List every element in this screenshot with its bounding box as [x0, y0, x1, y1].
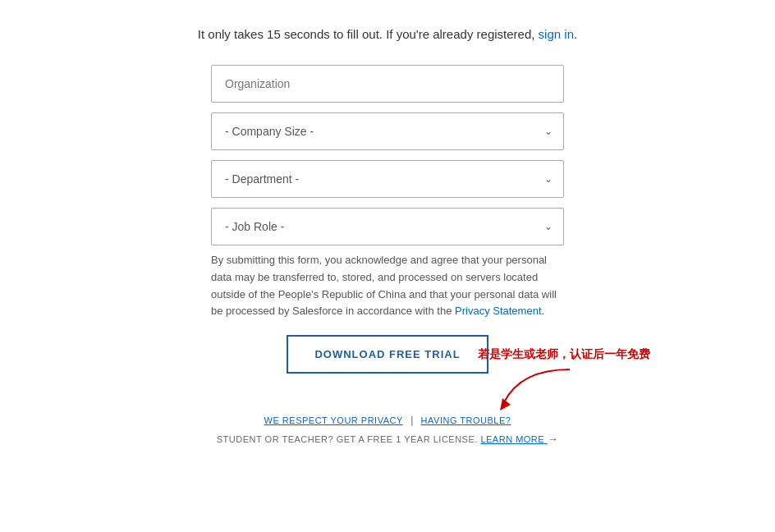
department-wrapper: - Department - Engineering IT Marketing …	[211, 160, 564, 198]
learn-more-link[interactable]: LEARN MORE →	[480, 434, 558, 444]
department-select[interactable]: - Department - Engineering IT Marketing …	[211, 160, 564, 198]
sign-in-link[interactable]: sign in	[539, 27, 574, 41]
job-role-wrapper: - Job Role - Developer Manager Architect…	[211, 208, 564, 245]
company-size-wrapper: - Company Size - 1-10 11-50 51-200 201-5…	[211, 112, 564, 150]
organization-input[interactable]	[211, 65, 564, 103]
privacy-statement-link[interactable]: Privacy Statement	[455, 305, 542, 317]
registration-form: - Company Size - 1-10 11-50 51-200 201-5…	[211, 65, 564, 245]
cta-row: DOWNLOAD FREE TRIAL 若是学生或老师，认证后一年免费	[100, 335, 675, 374]
arrow-icon: →	[548, 433, 559, 445]
having-trouble-link[interactable]: HAVING TROUBLE?	[421, 415, 511, 425]
intro-text: It only takes 15 seconds to fill out. If…	[198, 25, 577, 44]
company-size-select[interactable]: - Company Size - 1-10 11-50 51-200 201-5…	[211, 112, 564, 150]
privacy-respect-link[interactable]: WE RESPECT YOUR PRIVACY	[264, 415, 403, 425]
annotation-arrow-container	[100, 374, 675, 398]
privacy-disclaimer: By submitting this form, you acknowledge…	[211, 252, 564, 320]
footer-student-text: STUDENT OR TEACHER? GET A FREE 1 YEAR LI…	[217, 433, 558, 445]
page-container: It only takes 15 seconds to fill out. If…	[100, 8, 675, 461]
annotation-text: 若是学生或老师，认证后一年免费	[478, 347, 650, 362]
footer-links: WE RESPECT YOUR PRIVACY | HAVING TROUBLE…	[264, 415, 511, 426]
job-role-select[interactable]: - Job Role - Developer Manager Architect…	[211, 208, 564, 245]
annotation-arrow-icon	[488, 365, 586, 415]
download-free-trial-button[interactable]: DOWNLOAD FREE TRIAL	[287, 335, 488, 374]
